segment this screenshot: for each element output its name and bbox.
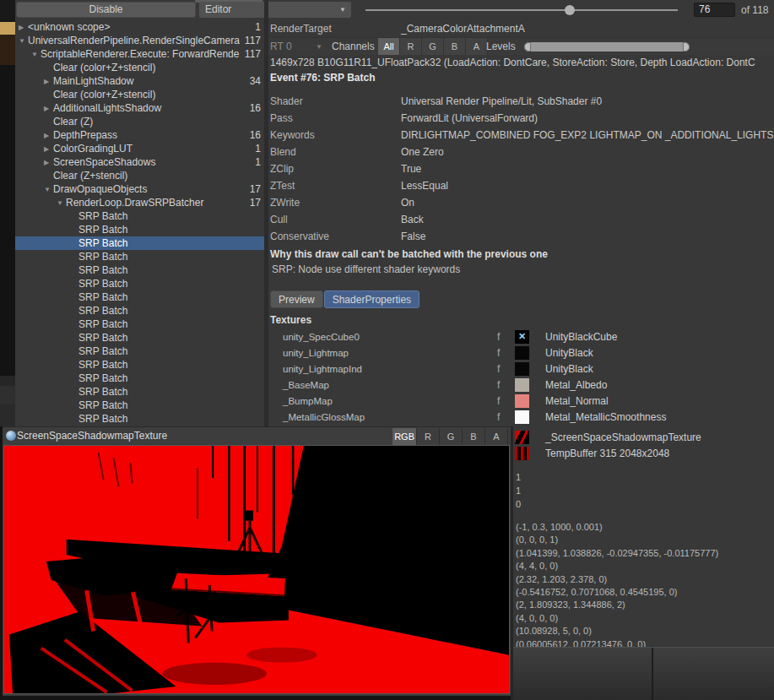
disable-button[interactable]: Disable: [16, 2, 196, 18]
tree-row[interactable]: Clear (Z): [15, 115, 264, 128]
tree-row-label: ScreenSpaceShadows: [53, 156, 242, 168]
tree-row[interactable]: SRP Batch: [15, 250, 264, 263]
texture-row[interactable]: unity_SpecCube0f✕UnityBlackCube: [268, 330, 774, 345]
tree-row[interactable]: ▶ColorGradingLUT1: [15, 142, 264, 155]
bottom-strip: [0, 696, 511, 700]
target-select-dropdown[interactable]: Editor ▼: [199, 2, 351, 18]
levels-min-handle[interactable]: [524, 42, 531, 52]
tree-row[interactable]: Clear (color+Z+stencil): [15, 61, 264, 74]
tree-row-label: SRP Batch: [78, 332, 242, 344]
tree-row[interactable]: SRP Batch: [15, 358, 264, 372]
tab-shader-properties[interactable]: ShaderProperties: [324, 290, 419, 308]
tree-row[interactable]: ▼UniversalRenderPipeline.RenderSingleCam…: [15, 34, 264, 47]
texture-property-name: unity_Lightmap: [283, 346, 349, 361]
vector-value: (1.041399, 1.038826, -0.02947355, -0.011…: [516, 547, 718, 560]
tree-row-label: SRP Batch: [78, 278, 242, 290]
detail-label: Pass: [270, 110, 401, 127]
tree-row[interactable]: SRP Batch: [15, 304, 264, 317]
texture-row[interactable]: _BumpMapfMetal_Normal: [268, 394, 774, 410]
levels-label: Levels: [486, 38, 516, 55]
chevron-right-icon[interactable]: ▶: [44, 105, 53, 112]
tree-row[interactable]: SRP Batch: [15, 223, 264, 236]
tree-row[interactable]: Clear (Z+stencil): [15, 169, 264, 182]
texture-filter-flag: f: [497, 346, 500, 361]
tree-row[interactable]: SRP Batch: [15, 412, 264, 426]
chevron-right-icon[interactable]: ▶: [44, 145, 53, 153]
tree-row[interactable]: SRP Batch: [15, 331, 264, 345]
chevron-down-icon[interactable]: ▼: [19, 37, 28, 45]
tree-row[interactable]: ▼DrawOpaqueObjects17: [15, 182, 264, 196]
levels-range-slider[interactable]: [524, 42, 690, 52]
texture-name: UnityBlackCube: [545, 330, 617, 345]
vector-value: (4, 4, 0, 0): [516, 560, 718, 572]
chevron-down-icon[interactable]: ▼: [57, 199, 66, 207]
texture-property-name: unity_SpecCube0: [283, 330, 360, 345]
chevron-right-icon[interactable]: ▶: [44, 159, 53, 166]
texture-name: _ScreenSpaceShadowmapTexture: [545, 431, 701, 445]
shader-vector-values: (-1, 0.3, 1000, 0.001)(0, 0, 0, 1)(1.041…: [516, 521, 718, 651]
tree-row[interactable]: ▶DepthPrepass16: [15, 128, 264, 142]
chevron-right-icon[interactable]: ▶: [44, 78, 53, 85]
tree-row-label: Clear (color+Z+stencil): [53, 89, 242, 100]
channel-b-button[interactable]: B: [444, 38, 466, 55]
frame-number-input[interactable]: 76: [694, 3, 735, 17]
preview-channel-rgb-button[interactable]: RGB: [392, 428, 417, 445]
tree-row-label: SRP Batch: [78, 305, 242, 317]
tab-preview[interactable]: Preview: [270, 290, 323, 308]
channel-r-button[interactable]: R: [400, 38, 422, 55]
texture-row[interactable]: _BaseMapfMetal_Albedo: [268, 378, 774, 393]
channel-all-button[interactable]: All: [378, 38, 400, 55]
tree-row[interactable]: SRP Batch: [15, 385, 264, 399]
tree-row[interactable]: SRP Batch: [15, 290, 264, 304]
chevron-down-icon[interactable]: ▼: [44, 186, 53, 193]
texture-row[interactable]: unity_LightmapfUnityBlack: [268, 346, 774, 361]
tree-row[interactable]: ▶ScreenSpaceShadows1: [15, 155, 264, 169]
tree-row[interactable]: ▶<unknown scope>1: [15, 20, 264, 34]
tree-row[interactable]: ▼RenderLoop.DrawSRPBatcher17: [15, 196, 264, 209]
rt-index-dropdown[interactable]: RT 0: [270, 38, 292, 55]
tree-row-count: 16: [242, 129, 264, 141]
vector-value: (2, 1.809323, 1.344886, 2): [516, 599, 718, 611]
tree-row[interactable]: ▶AdditionalLightsShadow16: [15, 101, 264, 115]
tree-row-label: MainLightShadow: [53, 75, 242, 87]
tree-row-label: Clear (Z): [53, 116, 242, 128]
chevron-right-icon[interactable]: ▶: [19, 24, 28, 31]
detail-value: True: [401, 160, 774, 177]
tree-row[interactable]: SRP Batch: [15, 277, 264, 290]
tree-row-count: 117: [242, 35, 264, 46]
preview-channel-a-button[interactable]: A: [485, 428, 508, 445]
tree-row-label: UniversalRenderPipeline.RenderSingleCame…: [28, 35, 242, 46]
frame-slider-thumb[interactable]: [565, 5, 575, 15]
tree-row[interactable]: Clear (color+Z+stencil): [15, 88, 264, 101]
tree-row[interactable]: SRP Batch: [15, 399, 264, 412]
levels-max-handle[interactable]: [683, 42, 690, 52]
tree-row-count: 17: [242, 183, 264, 195]
tree-row[interactable]: SRP Batch: [15, 317, 264, 331]
frame-slider-track[interactable]: [365, 9, 678, 11]
tree-row[interactable]: SRP Batch: [15, 345, 264, 358]
vector-value: (4, 0, 0, 0): [516, 612, 718, 625]
tree-row[interactable]: SRP Batch: [15, 236, 264, 250]
channel-g-button[interactable]: G: [422, 38, 444, 55]
texture-row[interactable]: unity_LightmapIndfUnityBlack: [268, 362, 774, 377]
texture-property-name: _MetallicGlossMap: [283, 410, 365, 425]
texture-thumbnail: [515, 346, 529, 360]
preview-channel-r-button[interactable]: R: [417, 428, 440, 445]
texture-row[interactable]: _MetallicGlossMapfMetal_MetallicSmoothne…: [268, 410, 774, 426]
detail-row: KeywordsDIRLIGHTMAP_COMBINED FOG_EXP2 LI…: [270, 127, 774, 144]
detail-tabs: Preview ShaderProperties: [270, 290, 419, 308]
tree-row[interactable]: ▶MainLightShadow34: [15, 74, 264, 88]
chevron-right-icon[interactable]: ▶: [44, 132, 53, 139]
preview-channel-b-button[interactable]: B: [463, 428, 485, 445]
chevron-down-icon[interactable]: ▼: [31, 51, 41, 58]
tree-row[interactable]: SRP Batch: [15, 372, 264, 385]
preview-channel-g-button[interactable]: G: [440, 428, 463, 445]
channel-button-group: AllRGBA: [378, 38, 488, 55]
detail-value: LessEqual: [401, 177, 774, 194]
tree-row[interactable]: SRP Batch: [15, 263, 264, 277]
texture-preview-panel: ScreenSpaceShadowmapTexture RGBRGBA: [3, 426, 511, 696]
tree-row-count: 1: [242, 143, 264, 155]
channel-a-button[interactable]: A: [466, 38, 488, 55]
tree-row[interactable]: SRP Batch: [15, 209, 264, 223]
tree-row[interactable]: ▼ScriptableRenderer.Execute: ForwardRend…: [15, 47, 264, 61]
